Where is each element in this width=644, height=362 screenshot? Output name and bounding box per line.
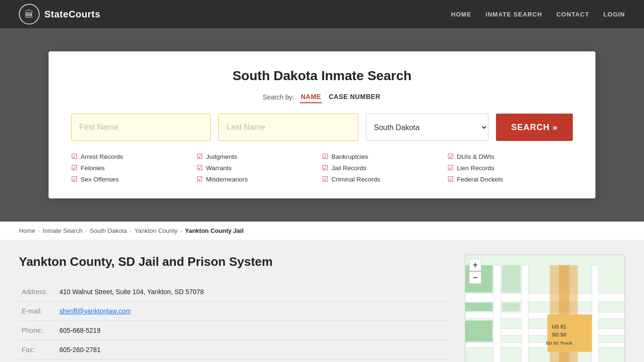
checkbox-label: Criminal Records bbox=[331, 176, 380, 183]
checkbox-icon: ☑ bbox=[447, 164, 454, 172]
svg-rect-15 bbox=[502, 265, 521, 293]
search-inputs-row: South Dakota SEARCH » bbox=[71, 114, 573, 141]
checkbox-icon: ☑ bbox=[322, 175, 328, 183]
breadcrumb-sep-3: › bbox=[130, 228, 132, 234]
svg-rect-4 bbox=[465, 343, 625, 347]
checkbox-item: ☑Warrants bbox=[197, 164, 322, 172]
first-name-input[interactable] bbox=[71, 114, 211, 141]
nav-contact[interactable]: CONTACT bbox=[556, 11, 589, 18]
svg-rect-16 bbox=[465, 303, 493, 311]
checkbox-label: Felonies bbox=[81, 165, 105, 172]
checkbox-icon: ☑ bbox=[322, 164, 328, 172]
svg-rect-17 bbox=[502, 303, 520, 311]
checkbox-label: Federal Dockets bbox=[457, 176, 503, 183]
checkbox-label: Judgments bbox=[206, 153, 237, 160]
checkbox-icon: ☑ bbox=[322, 152, 328, 161]
breadcrumb-home[interactable]: Home bbox=[19, 227, 35, 234]
state-select[interactable]: South Dakota bbox=[366, 114, 488, 141]
breadcrumb-yankton-county[interactable]: Yankton County bbox=[134, 227, 178, 234]
checkbox-icon: ☑ bbox=[197, 175, 203, 183]
checkbox-icon: ☑ bbox=[71, 164, 77, 172]
search-by-row: Search by: NAME CASE NUMBER bbox=[71, 91, 573, 103]
breadcrumb-current: Yankton County Jail bbox=[185, 227, 243, 234]
hero-section: COURTHOUSE South Dakota Inmate Search Se… bbox=[0, 28, 644, 222]
content-left: Yankton County, SD Jail and Prison Syste… bbox=[19, 255, 451, 362]
info-table: Address: 410 Walnut Street, Suite 104, Y… bbox=[19, 282, 451, 362]
table-row-website: Website: http://www.yanktonsheriffsoffic… bbox=[19, 360, 451, 362]
page-title: Yankton County, SD Jail and Prison Syste… bbox=[19, 255, 451, 269]
svg-rect-9 bbox=[592, 265, 598, 362]
table-row-fax: Fax: 605-260-2781 bbox=[19, 340, 451, 360]
table-row-address: Address: 410 Walnut Street, Suite 104, Y… bbox=[19, 282, 451, 302]
svg-rect-2 bbox=[465, 312, 625, 319]
email-value: sheriff@yanktonlaw.com bbox=[57, 302, 451, 321]
phone-label: Phone: bbox=[19, 321, 57, 340]
checkbox-item: ☑Judgments bbox=[197, 152, 322, 161]
checkbox-icon: ☑ bbox=[71, 152, 77, 161]
breadcrumb-south-dakota[interactable]: South Dakota bbox=[90, 227, 127, 234]
phone-value: 605-668-5219 bbox=[57, 321, 451, 340]
checkbox-icon: ☑ bbox=[447, 175, 454, 183]
checkboxes-grid: ☑Arrest Records☑Judgments☑Bankruptcies☑D… bbox=[71, 152, 573, 183]
checkbox-item: ☑DUIs & DWIs bbox=[447, 152, 573, 161]
checkbox-label: Warrants bbox=[206, 165, 231, 172]
search-by-label: Search by: bbox=[263, 93, 294, 101]
map-container[interactable]: + − US 81 SD 50 SD 52 Truck bbox=[465, 255, 625, 362]
logo-icon: 🏛 bbox=[19, 4, 40, 25]
address-label: Address: bbox=[19, 282, 57, 302]
search-button[interactable]: SEARCH » bbox=[496, 114, 573, 141]
last-name-input[interactable] bbox=[218, 114, 358, 141]
email-label: E-mail: bbox=[19, 302, 57, 321]
nav-inmate-search[interactable]: INMATE SEARCH bbox=[486, 11, 542, 18]
table-row-email: E-mail: sheriff@yanktonlaw.com bbox=[19, 302, 451, 321]
checkbox-item: ☑Felonies bbox=[71, 164, 197, 172]
nav-home[interactable]: HOME bbox=[451, 11, 471, 18]
checkbox-icon: ☑ bbox=[197, 164, 203, 172]
map-svg: US 81 SD 50 SD 52 Truck bbox=[465, 255, 625, 362]
checkbox-item: ☑Bankruptcies bbox=[322, 152, 447, 161]
breadcrumb-inmate-search[interactable]: Inmate Search bbox=[42, 227, 83, 234]
map-zoom-in[interactable]: + bbox=[469, 259, 481, 271]
checkbox-icon: ☑ bbox=[447, 152, 454, 161]
map-controls: + − bbox=[469, 259, 481, 284]
checkbox-label: Lien Records bbox=[457, 165, 495, 172]
logo-link[interactable]: 🏛 StateCourts bbox=[19, 4, 100, 25]
fax-value: 605-260-2781 bbox=[57, 340, 451, 360]
checkbox-label: Bankruptcies bbox=[331, 153, 368, 160]
nav-login[interactable]: LOGIN bbox=[603, 11, 625, 18]
website-value: http://www.yanktonsheriffsoffice.com/jai… bbox=[57, 360, 451, 362]
svg-text:SD 50: SD 50 bbox=[552, 332, 566, 337]
search-card: South Dakota Inmate Search Search by: NA… bbox=[49, 51, 595, 198]
checkbox-item: ☑Lien Records bbox=[447, 164, 573, 172]
tab-name[interactable]: NAME bbox=[300, 91, 322, 103]
map-zoom-out[interactable]: − bbox=[469, 272, 481, 284]
checkbox-icon: ☑ bbox=[197, 152, 203, 161]
svg-text:US 81: US 81 bbox=[552, 324, 566, 329]
email-link[interactable]: sheriff@yanktonlaw.com bbox=[59, 307, 131, 315]
search-card-title: South Dakota Inmate Search bbox=[71, 68, 573, 83]
main-content: Yankton County, SD Jail and Prison Syste… bbox=[0, 240, 644, 362]
tab-case-number[interactable]: CASE NUMBER bbox=[328, 91, 381, 103]
svg-rect-1 bbox=[465, 293, 625, 302]
breadcrumb: Home › Inmate Search › South Dakota › Ya… bbox=[0, 222, 644, 240]
breadcrumb-sep-4: › bbox=[181, 228, 182, 234]
checkbox-label: Misdemeanors bbox=[206, 176, 248, 183]
website-label: Website: bbox=[19, 360, 57, 362]
checkbox-icon: ☑ bbox=[71, 175, 77, 183]
checkbox-item: ☑Criminal Records bbox=[322, 175, 447, 183]
svg-rect-5 bbox=[494, 265, 501, 362]
breadcrumb-sep-1: › bbox=[38, 228, 40, 234]
checkbox-label: Jail Records bbox=[331, 165, 366, 172]
checkbox-label: Arrest Records bbox=[81, 153, 123, 160]
svg-rect-6 bbox=[521, 265, 528, 362]
address-value: 410 Walnut Street, Suite 104, Yankton, S… bbox=[57, 282, 451, 302]
checkbox-item: ☑Federal Dockets bbox=[447, 175, 573, 183]
breadcrumb-sep-2: › bbox=[85, 228, 87, 234]
checkbox-item: ☑Jail Records bbox=[322, 164, 447, 172]
checkbox-item: ☑Sex Offenses bbox=[71, 175, 197, 183]
table-row-phone: Phone: 605-668-5219 bbox=[19, 321, 451, 340]
fax-label: Fax: bbox=[19, 340, 57, 360]
nav-links: HOME INMATE SEARCH CONTACT LOGIN bbox=[451, 10, 625, 18]
checkbox-item: ☑Arrest Records bbox=[71, 152, 197, 161]
checkbox-item: ☑Misdemeanors bbox=[197, 175, 322, 183]
